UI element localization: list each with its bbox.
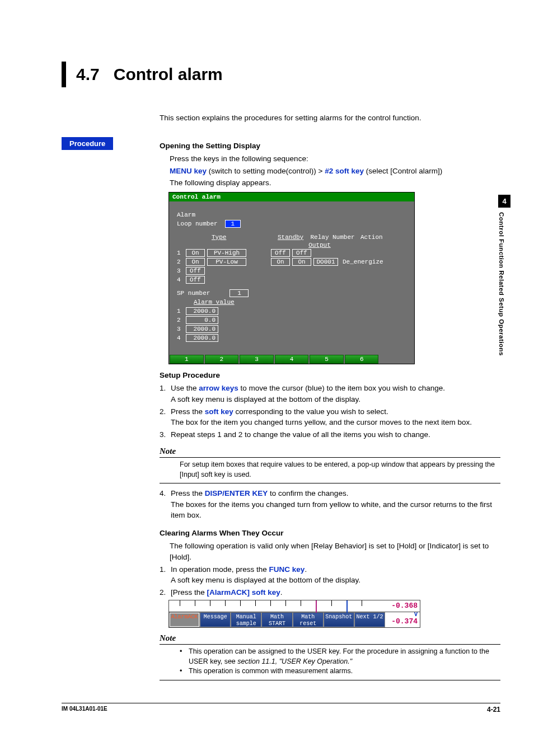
note-label: Note <box>160 633 500 643</box>
menu-key: MENU key <box>170 167 207 175</box>
setup-heading: Setup Procedure <box>160 370 500 381</box>
soft-key: soft key <box>205 407 233 416</box>
sp-label: SP number <box>177 290 210 297</box>
note2-bullet1: This operation can be assigned to the US… <box>189 647 500 666</box>
sp-value[interactable]: 1 <box>229 289 249 297</box>
softkey-next[interactable]: Next 1/2 <box>355 613 385 627</box>
opening-soft-after: (select [Control alarm]) <box>364 167 442 175</box>
note1-body: For setup item boxes that require values… <box>180 460 500 480</box>
note-rule <box>160 680 500 680</box>
softkey-math-reset[interactable]: Mathreset <box>293 613 323 627</box>
softkey-blank <box>380 355 414 364</box>
note-label: Note <box>160 447 500 456</box>
section-intro: This section explains the procedures for… <box>160 112 500 124</box>
note2-bullet2: This operation is common with measuremen… <box>189 666 353 677</box>
section-title: Control alarm <box>114 65 223 83</box>
table-row: 1 On PV-High Off Off <box>177 248 406 257</box>
arrow-keys: arrow keys <box>199 384 238 392</box>
softkey-math-start[interactable]: MathSTART <box>262 613 292 627</box>
opening-heading: Opening the Setting Display <box>160 140 500 152</box>
hdr-action: Action <box>360 234 383 241</box>
opening-line1: Press the keys in the following sequence… <box>170 153 500 165</box>
note-rule <box>160 644 500 645</box>
table-row: 3 Off <box>177 266 406 275</box>
clearing-intro: The following operation is valid only wh… <box>170 541 500 562</box>
func-key: FUNC key <box>269 565 305 574</box>
softkey-message[interactable]: Message <box>200 613 230 627</box>
clearing-heading: Clearing Alarms When They Occur <box>160 528 500 539</box>
softkey-4[interactable]: 4 <box>275 355 309 364</box>
softkey-3[interactable]: 3 <box>240 355 274 364</box>
device1-title: Control alarm <box>169 192 414 201</box>
hdr-relay: Relay <box>307 234 332 241</box>
loop-value[interactable]: 1 <box>225 220 241 228</box>
hdr-standby: Standby <box>278 234 307 241</box>
alarm-value-label: Alarm value <box>194 299 235 306</box>
table-row: 2 On PV-Low On On DO001 De_energize <box>177 257 406 266</box>
note-rule <box>160 483 500 483</box>
opening-line3: The following display appears. <box>170 177 500 189</box>
table-row: 4 Off <box>177 275 406 284</box>
readout-bottom: V-0.374 <box>385 612 420 627</box>
page-footer: IM 04L31A01-01E 4-21 <box>62 703 500 713</box>
side-chapter-label: Control Function Related Setup Operation… <box>498 212 505 369</box>
softkey-snapshot[interactable]: Snapshot <box>324 613 354 627</box>
footer-left: IM 04L31A01-01E <box>62 706 107 713</box>
hdr-output: Output <box>307 242 332 248</box>
loop-label: Loop number <box>177 220 218 227</box>
softkey-6[interactable]: 6 <box>345 355 379 364</box>
softkey-1[interactable]: 1 <box>170 355 204 364</box>
procedure-badge: Procedure <box>62 137 113 150</box>
softkey-alarmack[interactable]: AlarmACK <box>170 613 199 627</box>
hdr-number: Number <box>332 234 360 241</box>
device-screenshot-softkey-bar: -0.368 AlarmACK Message Manualsample Mat… <box>168 600 420 628</box>
alarmack-softkey: [AlarmACK] soft key <box>207 588 280 597</box>
side-chapter-number: 4 <box>498 195 510 208</box>
softkey-2[interactable]: 2 <box>205 355 239 364</box>
softkey-5[interactable]: 5 <box>310 355 344 364</box>
readout-top: -0.368 <box>385 600 420 612</box>
section-heading: 4.7 Control alarm <box>62 62 500 87</box>
hdr-type: Type <box>212 234 253 241</box>
opening-menu-after: (switch to setting mode(control)) > <box>207 167 325 175</box>
device1-softkeys: 1 2 3 4 5 6 <box>169 355 414 364</box>
chart-ticks <box>169 600 385 612</box>
softkey-manual-sample[interactable]: Manualsample <box>231 613 261 627</box>
side-chapter-tab: 4 Control Function Related Setup Operati… <box>498 195 510 369</box>
soft-key-2: #2 soft key <box>325 167 364 175</box>
section-number: 4.7 <box>76 65 100 83</box>
disp-enter-key: DISP/ENTER KEY <box>205 489 268 497</box>
note-rule <box>160 457 500 458</box>
device-screenshot-control-alarm: Control alarm Alarm Loop number 1 Type <box>168 192 415 364</box>
section-bar <box>62 62 66 87</box>
alarm-label: Alarm <box>177 212 195 218</box>
footer-right: 4-21 <box>487 706 500 713</box>
